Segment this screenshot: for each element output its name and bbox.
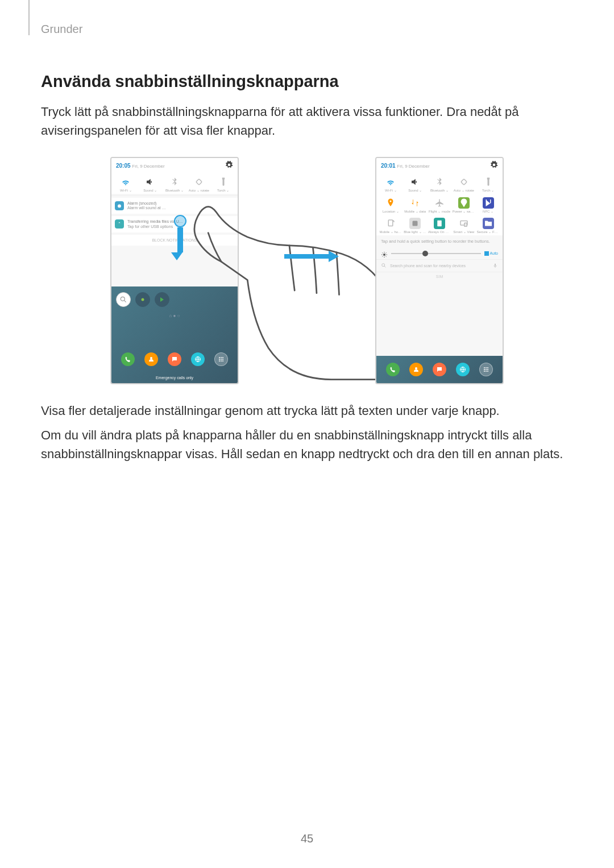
gear-icon[interactable] [490, 161, 498, 170]
secure-folder-icon [483, 218, 494, 229]
svg-point-1 [118, 204, 121, 207]
svg-point-24 [415, 367, 417, 369]
wifi-icon [385, 176, 396, 188]
messages-app-icon[interactable] [168, 352, 181, 366]
qs-location[interactable]: Location ⌄ [379, 197, 402, 214]
play-store-icon[interactable] [155, 292, 169, 307]
browser-app-icon[interactable] [191, 352, 205, 366]
breadcrumb: Grunder [41, 23, 573, 36]
svg-rect-18 [437, 221, 442, 227]
svg-point-31 [487, 369, 488, 370]
qs-auto-rotate[interactable]: Auto ⌄ rotate [188, 176, 210, 193]
torch-icon [218, 176, 229, 188]
qs-nfc[interactable]: NFC ⌄ [477, 197, 500, 214]
browser-app-icon[interactable] [456, 363, 470, 376]
svg-point-28 [487, 367, 488, 368]
notification-alarm[interactable]: Alarm (snoozed)Alarm will sound at … [111, 198, 238, 214]
qs-auto-rotate[interactable]: Auto ⌄ rotate [453, 176, 475, 193]
svg-point-3 [142, 298, 144, 301]
reorder-hint: Tap and hold a quick setting button to r… [376, 235, 503, 248]
qs-wifi[interactable]: Wi-Fi ⌄ [114, 176, 137, 193]
page-indicator: ⌂ ● ○ [111, 310, 238, 322]
google-icon[interactable] [116, 292, 131, 307]
finder-search[interactable]: Search phone and scan for nearby devices [376, 259, 503, 272]
svg-point-34 [487, 371, 488, 372]
rotate-icon [458, 176, 470, 188]
svg-point-21 [383, 254, 385, 256]
rotate-icon [193, 176, 205, 188]
location-icon [385, 197, 396, 209]
qs-mobile-data[interactable]: Mobile ⌄ data [404, 197, 426, 214]
airplane-icon [434, 197, 445, 209]
phone-app-icon[interactable] [386, 363, 400, 376]
status-time: 20:01 [381, 163, 396, 169]
page-number: 45 [0, 832, 614, 845]
phone-screenshot-expanded: 20:01 Fri, 9 December Wi-Fi ⌄ Sound ⌄ Bl… [375, 157, 504, 384]
svg-point-11 [222, 359, 223, 360]
brightness-slider[interactable]: Auto [376, 248, 503, 259]
bluetooth-icon [169, 176, 180, 188]
svg-point-32 [484, 371, 485, 372]
qs-torch[interactable]: Torch ⌄ [212, 176, 235, 193]
phone-screenshot-collapsed: 20:05 Fri, 9 December Wi-Fi ⌄ Sound ⌄ [110, 157, 239, 384]
alarm-icon [115, 201, 124, 210]
sound-icon [409, 176, 421, 188]
status-date: Fri, 9 December [132, 164, 164, 169]
qs-wifi[interactable]: Wi-Fi ⌄ [379, 176, 402, 193]
paragraph-reorder: Om du vill ändra plats på knapparna håll… [41, 426, 573, 463]
phone-app-icon[interactable] [121, 352, 135, 366]
contacts-app-icon[interactable] [409, 363, 423, 376]
svg-rect-16 [389, 220, 393, 226]
svg-rect-17 [413, 221, 418, 226]
svg-point-8 [222, 357, 223, 358]
blue-light-icon [409, 218, 421, 229]
apps-drawer-icon[interactable] [479, 363, 493, 376]
camera-icon[interactable] [135, 292, 150, 307]
torch-icon [483, 176, 494, 188]
qs-sound[interactable]: Sound ⌄ [404, 176, 426, 193]
contacts-app-icon[interactable] [144, 352, 158, 366]
svg-point-14 [222, 360, 223, 362]
qs-mobile-hotspot[interactable]: Mobile ⌄ hotspot [379, 218, 402, 234]
qs-bluetooth[interactable]: Bluetooth ⌄ [428, 176, 451, 193]
qs-bluetooth[interactable]: Bluetooth ⌄ [163, 176, 186, 193]
svg-rect-0 [196, 179, 202, 185]
figure-row: 20:05 Fri, 9 December Wi-Fi ⌄ Sound ⌄ [41, 157, 573, 384]
status-time: 20:05 [116, 163, 131, 169]
svg-point-33 [486, 371, 487, 372]
apps-drawer-icon[interactable] [214, 352, 228, 366]
smart-view-icon [458, 218, 470, 229]
svg-point-12 [219, 360, 220, 362]
paragraph-detail-settings: Visa fler detaljerade inställningar geno… [41, 401, 573, 420]
svg-point-9 [219, 359, 220, 360]
svg-point-13 [221, 360, 222, 362]
sim-indicator: SIM [376, 272, 503, 281]
qs-torch[interactable]: Torch ⌄ [477, 176, 500, 193]
qs-sound[interactable]: Sound ⌄ [139, 176, 161, 193]
qs-smart-view[interactable]: Smart ⌄ View [453, 218, 475, 234]
svg-point-27 [486, 367, 487, 368]
dock [111, 352, 238, 366]
always-on-icon [434, 218, 445, 229]
qs-blue-light[interactable]: Blue light ⌄ filter [404, 218, 426, 234]
qs-power-saving[interactable]: Power ⌄ saving [453, 197, 475, 214]
svg-point-29 [484, 369, 485, 370]
qs-flight-mode[interactable]: Flight ⌄ mode [428, 197, 451, 214]
auto-brightness-checkbox[interactable]: Auto [484, 251, 498, 256]
mic-icon[interactable] [492, 263, 498, 269]
qs-secure-folder[interactable]: Secure ⌄ Folder [477, 218, 500, 234]
mobile-data-icon [409, 197, 421, 209]
quick-settings-row: Wi-Fi ⌄ Sound ⌄ Bluetooth ⌄ Auto ⌄ rotat… [111, 173, 238, 194]
wifi-icon [120, 176, 131, 188]
search-icon [381, 263, 387, 269]
search-placeholder: Search phone and scan for nearby devices [390, 264, 466, 268]
transition-arrow-icon [284, 254, 330, 259]
qs-always-on[interactable]: Always On ⌄ Display [428, 218, 451, 234]
messages-app-icon[interactable] [433, 363, 446, 376]
svg-point-30 [486, 369, 487, 370]
swipe-down-arrow-icon [174, 215, 186, 260]
dock [376, 363, 503, 376]
svg-point-6 [219, 357, 220, 358]
brightness-icon [381, 250, 388, 257]
gear-icon[interactable] [225, 161, 233, 170]
